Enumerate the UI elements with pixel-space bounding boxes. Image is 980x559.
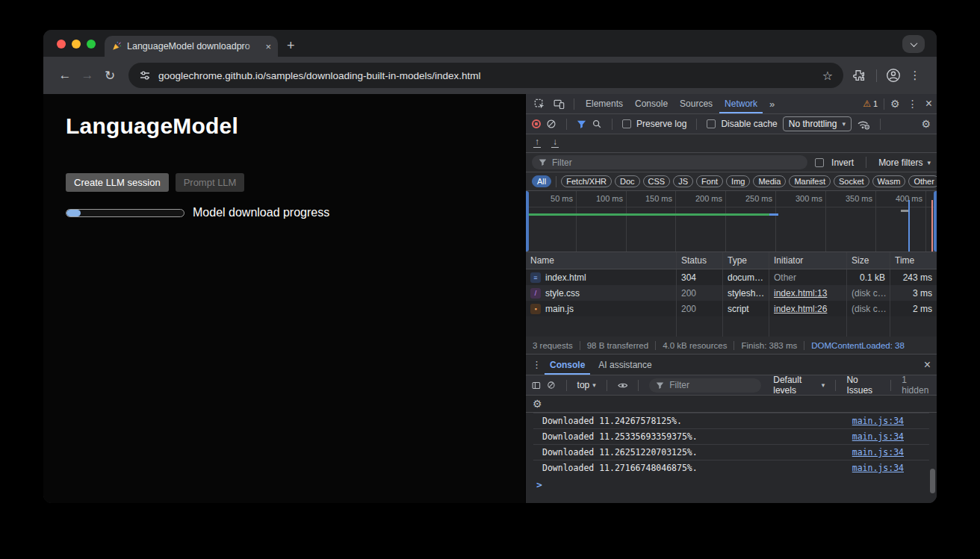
filter-funnel-icon[interactable] — [577, 119, 586, 129]
export-har-button[interactable]: ↓ — [551, 139, 559, 148]
prompt-llm-button[interactable]: Prompt LLM — [176, 173, 245, 192]
gridline — [925, 191, 926, 252]
more-filters-button[interactable]: More filters — [878, 157, 922, 168]
throttling-select[interactable]: No throttling ▾ — [783, 116, 852, 131]
column-header-time[interactable]: Time — [890, 252, 937, 269]
chip-all[interactable]: All — [532, 175, 551, 187]
network-filter-input[interactable]: Filter — [532, 155, 807, 169]
requests-table-header: Name Status Type Initiator Size Time — [526, 252, 937, 269]
chip-font[interactable]: Font — [696, 175, 723, 187]
console-prompt[interactable]: > — [526, 475, 937, 493]
record-network-log-button[interactable] — [532, 119, 541, 128]
chip-doc[interactable]: Doc — [615, 175, 640, 187]
devtools-menu-button[interactable]: ⋮ — [908, 99, 918, 109]
search-icon[interactable] — [592, 119, 602, 129]
disable-cache-checkbox[interactable] — [707, 119, 716, 128]
chip-other[interactable]: Other — [908, 175, 937, 187]
more-tabs-button[interactable]: » — [764, 94, 780, 113]
bookmark-star-icon[interactable]: ☆ — [822, 69, 833, 83]
overview-left-handle[interactable] — [526, 191, 529, 252]
chip-socket[interactable]: Socket — [834, 175, 869, 187]
table-row[interactable]: ≡ index.html 304 docum… Other 0.1 kB 243… — [526, 269, 937, 285]
devtools-settings-button[interactable]: ⚙ — [890, 99, 900, 109]
chip-wasm[interactable]: Wasm — [872, 175, 906, 187]
console-source-link[interactable]: main.js:34 — [852, 431, 904, 442]
request-name-cell: / style.css — [526, 285, 677, 301]
console-source-link[interactable]: main.js:34 — [852, 447, 904, 457]
reload-button[interactable]: ↻ — [99, 64, 121, 87]
tab-close-icon[interactable]: × — [265, 42, 271, 51]
drawer-tab-ai-assistance[interactable]: AI assistance — [593, 355, 657, 375]
column-header-status[interactable]: Status — [677, 252, 723, 269]
network-overview-timeline[interactable]: 50 ms 100 ms 150 ms 200 ms 250 ms 300 ms… — [526, 191, 937, 252]
column-header-type[interactable]: Type — [723, 252, 769, 269]
console-source-link[interactable]: main.js:34 — [852, 416, 904, 426]
import-har-button[interactable]: ↑ — [533, 139, 541, 148]
tab-sources[interactable]: Sources — [674, 94, 718, 113]
console-settings-button[interactable]: ⚙ — [533, 399, 542, 409]
column-header-name[interactable]: Name — [526, 252, 677, 269]
drawer-tab-console[interactable]: Console — [545, 355, 590, 375]
zoom-window-button[interactable] — [87, 40, 96, 49]
page-title: LanguageModel — [66, 113, 525, 139]
throttling-value: No throttling — [789, 119, 837, 129]
url-bar[interactable]: googlechrome.github.io/samples/downloadi… — [128, 63, 843, 88]
device-toolbar-button[interactable] — [550, 93, 568, 114]
gridline — [825, 191, 826, 252]
close-window-button[interactable] — [57, 40, 66, 49]
overview-right-handle[interactable] — [934, 191, 937, 252]
drawer-close-button[interactable]: × — [924, 359, 931, 371]
chevron-down-icon — [910, 40, 917, 47]
tab-network[interactable]: Network — [719, 94, 763, 113]
chip-js[interactable]: JS — [673, 175, 693, 187]
drawer-menu-button[interactable]: ⋮ — [532, 360, 542, 369]
preserve-log-checkbox[interactable] — [622, 119, 631, 128]
chrome-menu-button[interactable]: ⋮ — [904, 64, 926, 87]
tab-search-button[interactable] — [902, 35, 925, 53]
table-row[interactable]: / style.css 200 stylesh… index.html:13 (… — [526, 285, 937, 301]
issues-counter[interactable]: ⚠ 1 — [863, 99, 878, 109]
create-llm-session-button[interactable]: Create LLM session — [66, 173, 169, 192]
browser-tab[interactable]: LanguageModel downloadpro × — [105, 36, 278, 57]
window-content: LanguageModel Create LLM session Prompt … — [43, 94, 937, 503]
execution-context-select[interactable]: top — [577, 380, 590, 390]
tab-console[interactable]: Console — [630, 94, 673, 113]
tab-elements[interactable]: Elements — [580, 94, 628, 113]
back-button[interactable]: ← — [54, 64, 76, 87]
chip-media[interactable]: Media — [753, 175, 786, 187]
console-sidebar-toggle[interactable] — [532, 381, 541, 390]
chip-fetch-xhr[interactable]: Fetch/XHR — [561, 175, 612, 187]
table-row[interactable]: ▪ main.js 200 script index.html:26 (disk… — [526, 301, 937, 316]
request-status-cell: 200 — [677, 285, 723, 301]
clear-network-log-button[interactable] — [546, 119, 556, 129]
console-filter-input[interactable]: Filter — [649, 378, 761, 393]
download-progress-row: Model download progress — [66, 206, 525, 219]
console-scrollbar-thumb[interactable] — [930, 469, 935, 493]
column-header-initiator[interactable]: Initiator — [769, 252, 847, 269]
initiator-link[interactable]: index.html:13 — [774, 288, 827, 299]
tick-350ms: 350 ms — [829, 194, 872, 203]
extensions-button[interactable] — [849, 65, 870, 86]
new-tab-button[interactable]: + — [287, 38, 295, 53]
network-settings-button[interactable]: ⚙ — [921, 119, 931, 129]
console-source-link[interactable]: main.js:34 — [852, 463, 904, 473]
chip-img[interactable]: Img — [726, 175, 750, 187]
clear-console-button[interactable] — [547, 380, 556, 390]
site-settings-icon[interactable] — [139, 69, 151, 81]
minimize-window-button[interactable] — [72, 40, 81, 49]
devtools-close-button[interactable]: × — [925, 98, 932, 110]
invert-checkbox[interactable] — [815, 158, 824, 167]
initiator-link[interactable]: index.html:26 — [774, 304, 827, 314]
toolbar-divider — [612, 119, 612, 130]
live-expression-eye-icon[interactable] — [618, 381, 627, 390]
network-conditions-icon[interactable] — [857, 119, 870, 130]
request-bar-download — [769, 213, 778, 216]
inspect-element-button[interactable] — [530, 93, 548, 114]
forward-button[interactable]: → — [76, 64, 99, 87]
column-header-size[interactable]: Size — [847, 252, 890, 269]
issues-link[interactable]: No Issues — [846, 375, 880, 396]
profile-button[interactable] — [883, 65, 904, 86]
chip-manifest[interactable]: Manifest — [789, 175, 831, 187]
chip-css[interactable]: CSS — [643, 175, 671, 187]
log-levels-select[interactable]: Default levels — [773, 375, 819, 396]
